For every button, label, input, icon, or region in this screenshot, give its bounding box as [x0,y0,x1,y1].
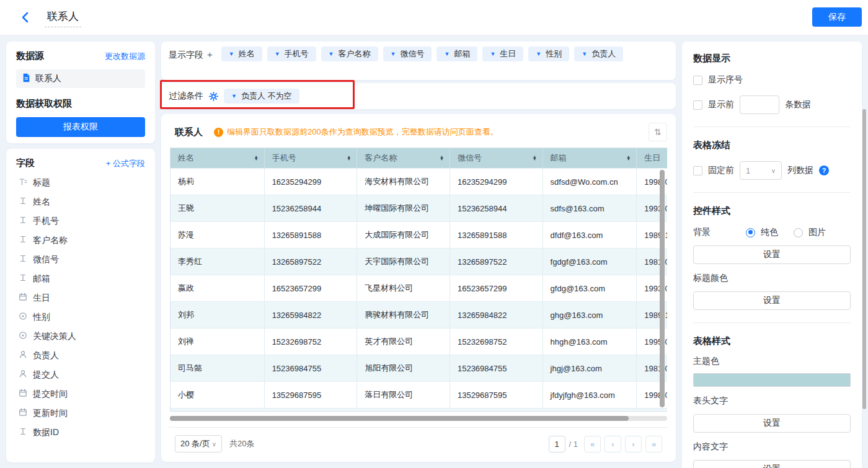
next-page-button[interactable]: › [625,436,642,453]
first-page-button[interactable]: « [584,436,601,453]
column-header[interactable]: 邮箱▲▼ [543,148,637,168]
column-header[interactable]: 生日▲▼ [637,148,667,168]
background-set-button[interactable]: 设置 [693,245,851,264]
text-field-icon [19,254,27,265]
text-field-icon [19,235,27,245]
column-header[interactable]: 微信号▲▼ [450,148,543,168]
table-cell: 13265984822 [265,301,358,328]
rows-suffix-label: 条数据 [785,99,811,110]
display-fields-label: 显示字段 [169,50,203,75]
sort-icon[interactable]: ▲▼ [626,156,631,161]
sort-icon[interactable]: ▲▼ [254,156,259,161]
image-radio[interactable] [794,228,803,237]
display-field-chip[interactable]: ▼性别 [528,46,569,61]
fields-card: 字段 + 公式字段 标题姓名手机号客户名称微信号邮箱生日性别关键决策人负责人提交… [6,149,155,462]
column-header[interactable]: 客户名称▲▼ [357,148,450,168]
back-icon[interactable] [17,9,33,25]
table-cell: 15236258944 [265,195,358,221]
content-text-set-button[interactable]: 设置 [693,460,851,468]
field-item[interactable]: 负责人 [16,346,145,365]
field-item[interactable]: 手机号 [16,211,145,231]
title-color-set-button[interactable]: 设置 [693,291,851,310]
field-item[interactable]: 客户名称 [16,231,145,250]
show-first-checkbox[interactable] [693,100,702,110]
display-field-chip[interactable]: ▼姓名 [221,46,262,61]
text-field-icon [19,196,27,207]
add-formula-field-link[interactable]: + 公式字段 [106,158,145,169]
field-item-label: 邮箱 [33,273,50,285]
show-index-checkbox[interactable] [693,76,702,85]
filter-condition-chip[interactable]: ▼ 负责人 不为空 [224,89,299,104]
chevron-down-icon: ▼ [229,51,234,57]
field-item[interactable]: 姓名 [16,192,145,211]
current-page-input[interactable]: 1 [549,436,565,453]
display-fields-panel: 显示字段 + ▼姓名▼手机号▼客户名称▼微信号▼邮箱▼生日▼性别▼负责人 [161,42,676,80]
theme-color-swatch[interactable] [693,373,851,387]
display-field-chip[interactable]: ▼负责人 [574,46,623,61]
display-field-chip[interactable]: ▼手机号 [267,46,316,61]
add-display-field-button[interactable]: + [207,49,213,75]
column-header[interactable]: 手机号▲▼ [265,148,358,168]
show-first-count-input[interactable] [740,95,779,114]
page-scrollbar-thumb[interactable] [862,109,866,409]
display-field-chip[interactable]: ▼客户名称 [321,46,378,61]
sort-order-icon[interactable]: ⇅ [649,123,667,141]
chevron-down-icon: ∨ [771,167,776,174]
gear-icon[interactable] [209,92,218,101]
display-field-chip[interactable]: ▼邮箱 [436,46,477,61]
table-cell: jfdyjfgh@163.com [543,381,637,408]
help-icon[interactable]: ? [819,166,829,175]
table-freeze-title: 表格冻结 [693,139,851,151]
content-text-label: 内容文字 [693,441,851,453]
page-title[interactable]: 联系人 [45,8,81,27]
field-item-label: 提交人 [33,369,59,381]
field-item-label: 性别 [33,312,50,323]
table-row-partial [170,408,667,411]
sort-icon[interactable]: ▲▼ [347,156,351,161]
horizontal-scrollbar-thumb[interactable] [170,416,629,421]
freeze-columns-checkbox[interactable] [693,166,702,175]
field-item[interactable]: 数据ID [16,423,145,442]
field-item[interactable]: 更新时间 [16,404,145,423]
chevron-down-icon: ▼ [329,51,334,57]
table-cell: 13265984822 [450,301,543,328]
prev-page-button[interactable]: ‹ [604,436,621,453]
solid-color-radio[interactable] [746,228,755,237]
fix-first-label: 固定前 [708,165,734,176]
table-cell: 腾骏材料有限公司 [357,301,450,328]
display-field-chip-label: 微信号 [400,48,424,60]
field-item[interactable]: 邮箱 [16,269,145,288]
table-cell: 16523657299 [265,275,358,301]
person-icon [19,350,27,361]
field-list: 标题姓名手机号客户名称微信号邮箱生日性别关键决策人负责人提交人提交时间更新时间数… [16,173,145,442]
document-icon [22,73,31,84]
sort-icon[interactable]: ▲▼ [533,156,537,161]
report-permission-button[interactable]: 报表权限 [16,117,145,137]
change-datasource-link[interactable]: 更改数据源 [105,51,145,62]
field-item[interactable]: 提交人 [16,365,145,384]
last-page-button[interactable]: » [645,436,662,453]
column-header-label: 手机号 [272,152,296,164]
display-field-chip[interactable]: ▼微信号 [383,46,432,61]
field-item[interactable]: 关键决策人 [16,327,145,346]
column-header[interactable]: 姓名▲▼ [170,148,265,168]
vertical-scrollbar[interactable] [660,170,665,407]
datasource-item[interactable]: 联系人 [16,69,145,88]
field-item[interactable]: 标题 [16,173,145,192]
horizontal-scrollbar-track [170,416,667,421]
field-item[interactable]: 性别 [16,307,145,327]
display-field-chip[interactable]: ▼生日 [482,46,523,61]
page-size-select[interactable]: 20 条/页 ∨ [175,435,222,453]
header-text-set-button[interactable]: 设置 [693,414,851,433]
divider [693,322,851,323]
field-item[interactable]: 生日 [16,288,145,307]
text-field-icon [19,216,27,226]
table-cell: 旭阳有限公司 [357,355,450,381]
field-item[interactable]: 微信号 [16,250,145,269]
sort-icon[interactable]: ▲▼ [440,156,444,161]
preview-title: 联系人 [175,126,203,138]
display-field-chip-label: 生日 [500,48,516,60]
save-button[interactable]: 保存 [812,7,862,27]
field-item[interactable]: 提交时间 [16,384,145,404]
freeze-columns-select[interactable]: 1 ∨ [740,161,782,180]
